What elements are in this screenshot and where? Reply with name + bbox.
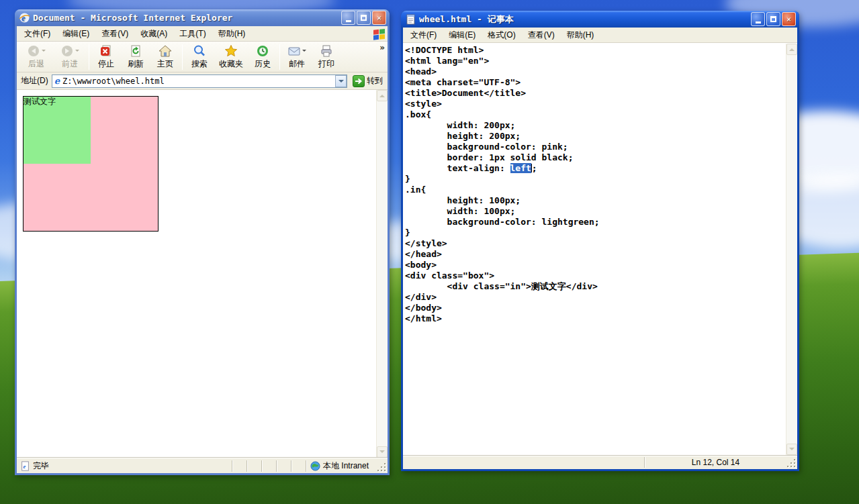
favorites-button[interactable]: 收藏夹 xyxy=(214,43,248,71)
svg-text:e: e xyxy=(23,462,26,469)
refresh-button[interactable]: 刷新 xyxy=(121,43,150,71)
code-line: <html lang="en"> xyxy=(405,56,786,66)
scroll-up-button[interactable] xyxy=(786,44,797,55)
code-line: <div class="box"> xyxy=(405,270,786,281)
toolbar-separator xyxy=(279,44,280,70)
refresh-label: 刷新 xyxy=(128,58,144,70)
minimize-button[interactable] xyxy=(751,12,765,26)
ie-titlebar[interactable]: e Document - Microsoft Internet Explorer… xyxy=(15,9,390,26)
notepad-vertical-scrollbar[interactable] xyxy=(786,44,797,455)
code-line: </body> xyxy=(405,303,786,313)
resize-grip[interactable] xyxy=(378,463,387,472)
favorites-label: 收藏夹 xyxy=(219,58,243,70)
search-button[interactable]: 搜索 xyxy=(185,43,214,71)
windows-flag-icon xyxy=(371,28,386,41)
notepad-code[interactable]: <!DOCTYPE html><html lang="en"><head><me… xyxy=(403,44,786,455)
search-label: 搜索 xyxy=(191,58,208,70)
code-line: } xyxy=(405,228,786,238)
mail-label: 邮件 xyxy=(289,58,305,70)
menu-tools[interactable]: 工具(T) xyxy=(173,26,212,42)
code-line: <style> xyxy=(405,99,786,109)
code-line: text-align: left; xyxy=(405,163,786,174)
search-icon xyxy=(193,44,206,58)
history-label: 历史 xyxy=(255,58,271,70)
security-zone-text: 本地 Intranet xyxy=(323,460,369,472)
notepad-titlebar[interactable]: wheel.html - 记事本 ✕ xyxy=(401,11,799,28)
toolbar-overflow-chevron[interactable]: » xyxy=(379,43,385,52)
webpage-pink-box: 测试文字 xyxy=(23,96,159,232)
back-button[interactable]: 后退 xyxy=(19,43,53,71)
ie-statusbar: e 完毕 本地 Intranet xyxy=(17,458,388,473)
status-pane xyxy=(232,460,246,472)
code-line: <div class="in">测试文字</div> xyxy=(405,281,786,292)
code-line: <meta charset="UTF-8"> xyxy=(405,77,786,88)
history-button[interactable]: 历史 xyxy=(248,43,277,71)
status-pane xyxy=(261,460,276,472)
address-label: 地址(D) xyxy=(21,75,48,87)
notepad-icon xyxy=(405,13,416,25)
code-line: width: 200px; xyxy=(405,120,786,131)
code-line: background-color: pink; xyxy=(405,142,786,152)
minimize-button[interactable] xyxy=(341,11,355,25)
webpage-green-box: 测试文字 xyxy=(24,97,91,164)
code-line: border: 1px solid black; xyxy=(405,152,786,163)
menu-file[interactable]: 文件(F) xyxy=(404,28,443,43)
code-line: </style> xyxy=(405,238,786,249)
scroll-down-button[interactable] xyxy=(377,446,388,458)
close-button[interactable]: ✕ xyxy=(782,12,796,26)
selected-text: left xyxy=(510,163,531,173)
forward-label: 前进 xyxy=(62,58,78,70)
print-button[interactable]: 打印 xyxy=(312,43,341,71)
go-label: 转到 xyxy=(367,75,383,87)
notepad-window-title: wheel.html - 记事本 xyxy=(419,11,751,28)
maximize-button[interactable] xyxy=(357,11,371,25)
forward-icon xyxy=(60,44,74,58)
ie-window: e Document - Microsoft Internet Explorer… xyxy=(15,9,390,475)
ie-logo-icon: e xyxy=(19,12,30,23)
stop-button[interactable]: 停止 xyxy=(91,43,121,71)
scroll-up-button[interactable] xyxy=(377,90,388,101)
code-line: <!DOCTYPE html> xyxy=(405,45,786,56)
mail-button[interactable]: 邮件 xyxy=(282,43,312,71)
scroll-down-button[interactable] xyxy=(786,444,797,455)
home-button[interactable]: 主页 xyxy=(150,43,180,71)
code-line: </div> xyxy=(405,292,786,303)
address-input[interactable]: e Z:\wwwroot\wheel.html xyxy=(52,74,347,88)
code-line: .box{ xyxy=(405,109,786,120)
menu-file[interactable]: 文件(F) xyxy=(18,26,56,42)
mail-icon xyxy=(287,44,301,58)
menu-favorites[interactable]: 收藏(A) xyxy=(134,26,173,42)
ie-vertical-scrollbar[interactable] xyxy=(376,90,388,458)
notepad-window: wheel.html - 记事本 ✕ 文件(F) 编辑(E) 格式(O) 查看(… xyxy=(401,11,799,471)
address-dropdown-button[interactable] xyxy=(335,75,347,87)
menu-format[interactable]: 格式(O) xyxy=(482,28,521,43)
menu-view[interactable]: 查看(V) xyxy=(95,26,134,42)
code-line: background-color: lightgreen; xyxy=(405,217,786,228)
notepad-menubar: 文件(F) 编辑(E) 格式(O) 查看(V) 帮助(H) xyxy=(403,28,797,43)
menu-edit[interactable]: 编辑(E) xyxy=(443,28,482,43)
back-label: 后退 xyxy=(28,58,44,70)
toolbar-separator xyxy=(182,44,183,70)
close-button[interactable]: ✕ xyxy=(372,11,386,25)
go-arrow-icon xyxy=(353,75,365,87)
notepad-statusbar: Ln 12, Col 14 xyxy=(403,455,797,469)
ie-window-title: Document - Microsoft Internet Explorer xyxy=(33,9,341,26)
favorites-star-icon xyxy=(224,44,238,58)
print-label: 打印 xyxy=(318,58,334,70)
code-line: <head> xyxy=(405,66,786,77)
menu-help[interactable]: 帮助(H) xyxy=(212,26,252,42)
print-icon xyxy=(320,44,333,58)
menu-help[interactable]: 帮助(H) xyxy=(561,28,600,43)
resize-grip[interactable] xyxy=(788,459,797,468)
go-button[interactable]: 转到 xyxy=(351,75,385,87)
forward-button[interactable]: 前进 xyxy=(53,43,87,71)
menu-edit[interactable]: 编辑(E) xyxy=(56,26,95,42)
menu-view[interactable]: 查看(V) xyxy=(522,28,561,43)
code-line: height: 200px; xyxy=(405,131,786,142)
maximize-button[interactable] xyxy=(766,12,780,26)
status-pane xyxy=(276,460,291,472)
code-line: <body> xyxy=(405,260,786,270)
code-line: <title>Document</title> xyxy=(405,88,786,99)
toolbar-separator xyxy=(89,44,89,70)
stop-icon xyxy=(99,44,113,58)
